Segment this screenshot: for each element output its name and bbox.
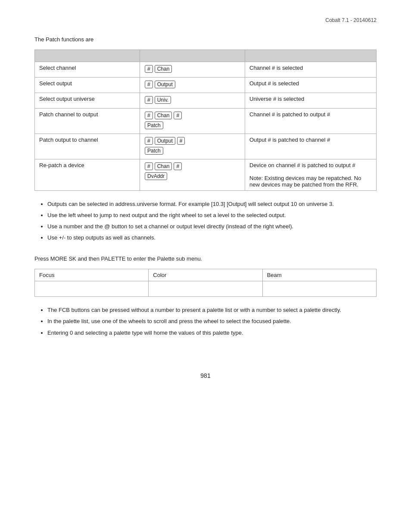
bullet-list: Outputs can be selected in address.unive… — [47, 199, 377, 243]
action-label: Select channel — [35, 62, 140, 78]
table-row: Select output # Output Output # is selec… — [35, 78, 377, 93]
desc-line1: Device on channel # is patched to output… — [249, 162, 355, 168]
palette-empty-row — [35, 281, 377, 297]
key-sequence: # Chan # DvAddr — [140, 159, 245, 191]
list-item: In the palette list, use one of the whee… — [47, 317, 377, 326]
action-label: Patch channel to output — [35, 109, 140, 134]
table-row: Select channel # Chan Channel # is selec… — [35, 62, 377, 78]
list-item: Use the left wheel to jump to next outpu… — [47, 211, 377, 220]
palette-bullet-list: The FCB buttons can be pressed without a… — [47, 305, 377, 337]
action-label: Re-patch a device — [35, 159, 140, 191]
action-label: Select output universe — [35, 93, 140, 109]
key-hash: # — [145, 96, 153, 104]
table-row: Patch channel to output # Chan # Patch C… — [35, 109, 377, 134]
desc-note: Note: Existing devices may be repatched.… — [249, 175, 361, 188]
key-chan: Chan — [155, 112, 172, 119]
description: Channel # is selected — [245, 62, 377, 78]
palette-table: Focus Color Beam — [34, 269, 377, 297]
key-univ: Univ. — [155, 96, 171, 104]
table-header-col1 — [35, 50, 140, 62]
key-hash: # — [145, 81, 153, 88]
page-number: 981 — [34, 372, 377, 379]
key-output: Output — [155, 81, 175, 88]
list-item: Use a number and the @ button to set a c… — [47, 222, 377, 231]
key-chan: Chan — [155, 65, 172, 73]
key-dvaddr: DvAddr — [145, 172, 167, 180]
palette-header-row: Focus Color Beam — [35, 269, 377, 281]
palette-empty-cell — [35, 281, 149, 297]
key-sequence: # Output — [140, 78, 245, 93]
description: Output # is patched to channel # — [245, 134, 377, 159]
key-hash2: # — [177, 137, 185, 145]
action-label: Select output — [35, 78, 140, 93]
key-hash: # — [145, 137, 153, 145]
key-output: Output — [155, 137, 175, 145]
table-row: Patch output to channel # Output # Patch… — [35, 134, 377, 159]
palette-empty-cell — [262, 281, 376, 297]
palette-intro: Press MORE SK and then PALETTE to enter … — [34, 255, 377, 262]
list-item: Use +/- to step outputs as well as chann… — [47, 233, 377, 243]
table-row: Re-patch a device # Chan # DvAddr Device… — [35, 159, 377, 191]
list-item: Entering 0 and selecting a palette type … — [47, 328, 377, 338]
key-hash2: # — [174, 162, 182, 170]
key-hash: # — [145, 162, 153, 170]
key-sequence: # Chan — [140, 62, 245, 78]
key-hash: # — [145, 112, 153, 119]
key-sequence: # Univ. — [140, 93, 245, 109]
palette-col-focus: Focus — [35, 269, 149, 281]
key-chan: Chan — [155, 162, 172, 170]
description: Universe # is selected — [245, 93, 377, 109]
action-label: Patch output to channel — [35, 134, 140, 159]
table-row: Select output universe # Univ. Universe … — [35, 93, 377, 109]
key-patch: Patch — [145, 121, 163, 129]
key-sequence: # Chan # Patch — [140, 109, 245, 134]
key-hash: # — [145, 65, 153, 73]
description: Channel # is patched to output # — [245, 109, 377, 134]
table-header-col3 — [245, 50, 377, 62]
list-item: Outputs can be selected in address.unive… — [47, 199, 377, 209]
key-patch: Patch — [145, 147, 163, 155]
palette-col-color: Color — [149, 269, 262, 281]
version-header: Cobalt 7.1 - 20140612 — [34, 17, 377, 23]
palette-col-beam: Beam — [262, 269, 376, 281]
key-sequence: # Output # Patch — [140, 134, 245, 159]
intro-text: The Patch functions are — [34, 36, 377, 43]
key-hash2: # — [174, 112, 182, 119]
palette-empty-cell — [149, 281, 262, 297]
patch-table: Select channel # Chan Channel # is selec… — [34, 50, 377, 191]
list-item: The FCB buttons can be pressed without a… — [47, 305, 377, 315]
description: Device on channel # is patched to output… — [245, 159, 377, 191]
table-header-col2 — [140, 50, 245, 62]
description: Output # is selected — [245, 78, 377, 93]
